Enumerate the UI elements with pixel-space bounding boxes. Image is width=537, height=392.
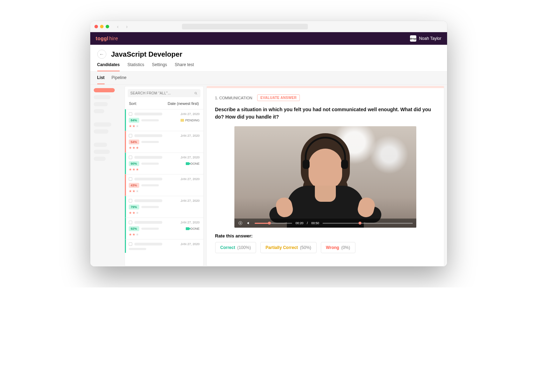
sort-row: Sort: Date (newest first) bbox=[125, 100, 203, 109]
nav-forward-button[interactable]: › bbox=[124, 23, 130, 30]
fullscreen-icon[interactable] bbox=[106, 25, 109, 28]
candidate-row[interactable]: JAN 27, 202054%★★★ bbox=[125, 131, 203, 152]
svg-line-1 bbox=[196, 94, 197, 94]
candidate-name-placeholder bbox=[134, 199, 162, 202]
rate-correct-button[interactable]: Correct(100%) bbox=[215, 242, 256, 253]
candidate-stars: ★★★ bbox=[129, 124, 200, 128]
video-subject bbox=[269, 140, 381, 228]
rate-partial-button[interactable]: Partially Correct(50%) bbox=[260, 242, 317, 253]
candidate-bar bbox=[141, 184, 159, 186]
rate-option-label: Wrong bbox=[326, 245, 339, 250]
candidate-bar bbox=[141, 228, 159, 230]
filter-sidebar bbox=[90, 85, 125, 266]
video-controls: 00:20 / 00:50 bbox=[234, 219, 416, 228]
candidate-row[interactable]: JAN 27, 2020 bbox=[125, 239, 203, 253]
candidate-list: JAN 27, 202084%PENDING★★★JAN 27, 202054%… bbox=[125, 109, 203, 266]
question-header: 1. COMMUNICATION EVALUATE ANSWER bbox=[215, 94, 436, 101]
seek-bar[interactable] bbox=[255, 223, 292, 224]
candidate-row[interactable]: JAN 27, 202043%★★★ bbox=[125, 174, 203, 196]
candidate-bar bbox=[141, 163, 159, 165]
titlebar: ‹ › bbox=[90, 21, 447, 32]
candidate-bar bbox=[141, 119, 159, 121]
video-frame: 00:20 / 00:50 bbox=[234, 126, 416, 228]
candidate-stars: ★★★ bbox=[129, 168, 200, 171]
filter-pill[interactable] bbox=[94, 129, 108, 134]
candidate-status: DONE bbox=[190, 162, 199, 165]
candidate-stars: ★★★ bbox=[129, 189, 200, 193]
video-time-total: 00:50 bbox=[311, 221, 319, 225]
rate-option-pct: (100%) bbox=[237, 245, 251, 250]
question-category: 1. COMMUNICATION bbox=[215, 96, 253, 100]
filter-pill[interactable] bbox=[94, 150, 110, 154]
candidate-stars: ★★★ bbox=[129, 233, 200, 236]
candidate-score: 84% bbox=[129, 118, 139, 123]
candidate-bar bbox=[129, 248, 146, 250]
seek-bar-remaining[interactable] bbox=[323, 223, 412, 224]
video-icon bbox=[186, 162, 189, 165]
sort-label: Sort: bbox=[129, 101, 137, 106]
answer-detail-panel: 1. COMMUNICATION EVALUATE ANSWER Describ… bbox=[206, 86, 444, 266]
candidate-score: 54% bbox=[129, 140, 139, 144]
filter-pill-active[interactable] bbox=[94, 88, 115, 92]
rate-wrong-button[interactable]: Wrong(0%) bbox=[321, 242, 355, 253]
filter-pill[interactable] bbox=[94, 109, 104, 113]
candidate-list-panel: SEARCH FROM "ALL"... Sort: Date (newest … bbox=[125, 86, 204, 266]
subtab-list[interactable]: List bbox=[97, 75, 105, 84]
candidate-row[interactable]: JAN 27, 202079%★★★ bbox=[125, 196, 203, 218]
video-player[interactable]: 00:20 / 00:50 bbox=[234, 126, 416, 228]
video-icon bbox=[186, 227, 189, 230]
candidate-date: JAN 27, 2020 bbox=[181, 156, 200, 159]
question-text: Describe a situation in which you felt y… bbox=[215, 106, 436, 121]
filter-pill[interactable] bbox=[94, 143, 107, 147]
svg-rect-3 bbox=[240, 222, 240, 224]
page-title: JavaScript Developer bbox=[111, 50, 182, 58]
tab-share-test[interactable]: Share test bbox=[175, 62, 194, 71]
rate-option-pct: (50%) bbox=[300, 245, 311, 250]
brand-logo[interactable]: togglhire bbox=[96, 36, 118, 41]
candidate-score: 90% bbox=[129, 161, 139, 166]
candidate-row[interactable]: JAN 27, 202092%DONE★★★ bbox=[125, 218, 203, 239]
close-icon[interactable] bbox=[94, 25, 98, 28]
search-input[interactable]: SEARCH FROM "ALL"... bbox=[128, 89, 200, 97]
rate-options: Correct(100%)Partially Correct(50%)Wrong… bbox=[215, 242, 436, 253]
rate-option-label: Correct bbox=[220, 245, 235, 250]
candidate-score: 92% bbox=[129, 226, 139, 231]
filter-pill[interactable] bbox=[94, 95, 111, 99]
user-menu[interactable]: drop Noah Taylor bbox=[410, 35, 441, 42]
page-tabs: Candidates Statistics Settings Share tes… bbox=[90, 59, 447, 72]
minimize-icon[interactable] bbox=[100, 25, 104, 28]
candidate-checkbox[interactable] bbox=[129, 199, 132, 202]
candidate-name-placeholder bbox=[134, 243, 162, 245]
tab-settings[interactable]: Settings bbox=[152, 62, 167, 71]
svg-point-2 bbox=[239, 221, 242, 225]
subtab-pipeline[interactable]: Pipeline bbox=[112, 75, 127, 84]
brand-logo-primary: toggl bbox=[96, 36, 109, 41]
nav-back-button[interactable]: ‹ bbox=[115, 23, 121, 30]
sort-value[interactable]: Date (newest first) bbox=[168, 101, 199, 106]
candidate-row[interactable]: JAN 27, 202090%DONE★★★ bbox=[125, 152, 203, 174]
tab-candidates[interactable]: Candidates bbox=[97, 62, 120, 71]
evaluate-answer-badge: EVALUATE ANSWER bbox=[257, 94, 300, 101]
address-bar[interactable] bbox=[182, 24, 308, 29]
filter-pill[interactable] bbox=[94, 157, 106, 161]
candidate-checkbox[interactable] bbox=[129, 112, 132, 116]
candidate-checkbox[interactable] bbox=[129, 242, 132, 246]
volume-button[interactable] bbox=[246, 221, 251, 226]
filter-pill[interactable] bbox=[94, 102, 108, 106]
rate-heading: Rate this answer: bbox=[215, 233, 436, 238]
candidate-date: JAN 27, 2020 bbox=[181, 199, 200, 202]
candidate-checkbox[interactable] bbox=[129, 134, 132, 137]
candidate-score: 79% bbox=[129, 205, 139, 209]
filter-pill[interactable] bbox=[94, 122, 111, 127]
pause-button[interactable] bbox=[238, 221, 243, 226]
back-button[interactable]: ← bbox=[97, 50, 106, 59]
candidate-checkbox[interactable] bbox=[129, 177, 132, 181]
rate-option-pct: (0%) bbox=[341, 245, 350, 250]
candidate-checkbox[interactable] bbox=[129, 156, 132, 159]
candidate-stars: ★★★ bbox=[129, 146, 200, 150]
candidate-row[interactable]: JAN 27, 202084%PENDING★★★ bbox=[125, 109, 203, 131]
candidate-checkbox[interactable] bbox=[129, 221, 132, 224]
candidate-date: JAN 27, 2020 bbox=[181, 221, 200, 224]
page-header: ← JavaScript Developer bbox=[90, 45, 447, 59]
tab-statistics[interactable]: Statistics bbox=[127, 62, 144, 71]
